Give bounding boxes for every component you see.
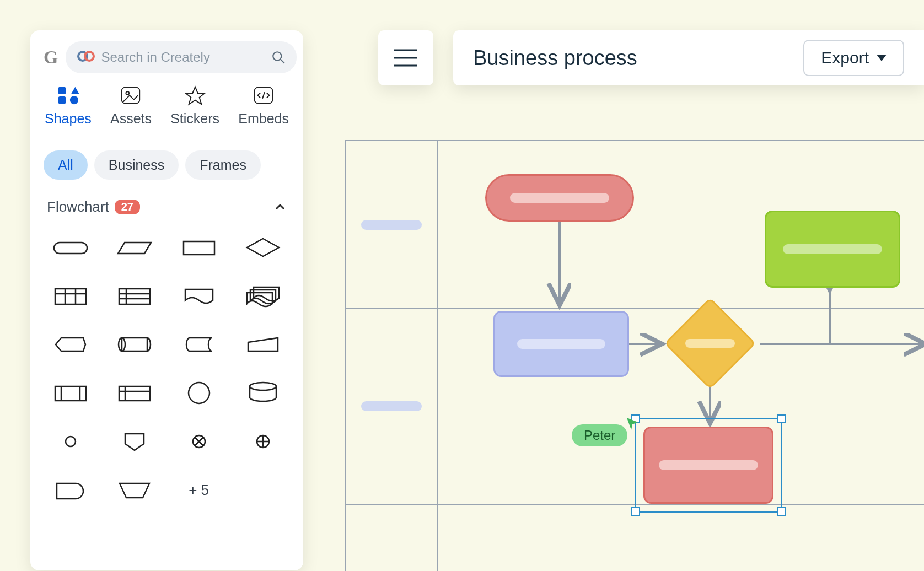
shape-display[interactable]	[44, 328, 98, 361]
export-button[interactable]: Export	[803, 40, 904, 76]
tab-label: Embeds	[238, 111, 289, 127]
svg-marker-5	[71, 87, 79, 94]
shape-manual-op[interactable]	[108, 473, 162, 507]
shape-predefined-process[interactable]	[44, 376, 98, 410]
tab-shapes[interactable]: Shapes	[45, 84, 92, 137]
shape-database[interactable]	[236, 376, 290, 410]
svg-point-7	[70, 96, 78, 104]
svg-marker-25	[248, 338, 278, 351]
svg-rect-4	[58, 87, 66, 94]
shape-internal-storage[interactable]	[108, 376, 162, 410]
search-icon	[271, 50, 286, 64]
tab-stickers[interactable]: Stickers	[170, 84, 219, 137]
svg-rect-29	[119, 386, 150, 401]
shape-parallelogram[interactable]	[108, 231, 162, 264]
shape-empty	[236, 473, 290, 507]
shape-more-button[interactable]: + 5	[172, 473, 226, 507]
collaborator-badge: Peter	[572, 424, 627, 446]
shape-summing-x[interactable]	[172, 425, 226, 458]
shape-delay[interactable]	[44, 473, 98, 507]
collaborator-name: Peter	[584, 428, 615, 443]
shape-table-rows[interactable]	[108, 279, 162, 313]
shape-grid: + 5	[30, 216, 303, 507]
svg-marker-41	[120, 483, 149, 498]
chevron-down-icon	[877, 55, 887, 61]
svg-point-2	[273, 52, 282, 60]
collaborator-cursor-icon	[626, 417, 639, 431]
svg-marker-12	[118, 243, 151, 254]
menu-button[interactable]	[378, 30, 433, 85]
diagram-canvas[interactable]: Peter	[345, 140, 924, 571]
star-icon	[183, 84, 207, 106]
node-process-red[interactable]	[643, 427, 773, 504]
export-label: Export	[821, 49, 869, 67]
shapes-icon	[56, 84, 80, 106]
shape-rectangle[interactable]	[172, 231, 226, 264]
shape-document[interactable]	[172, 279, 226, 313]
shape-offpage[interactable]	[108, 425, 162, 458]
filter-all[interactable]: All	[44, 150, 88, 180]
tab-label: Stickers	[170, 111, 219, 127]
title-bar: Export	[453, 30, 924, 85]
shape-circle[interactable]	[172, 376, 226, 410]
shape-stored-data[interactable]	[172, 328, 226, 361]
filter-business[interactable]: Business	[94, 150, 179, 180]
code-icon	[251, 84, 276, 106]
shape-table-grid[interactable]	[44, 279, 98, 313]
svg-rect-13	[184, 241, 214, 255]
search-box[interactable]	[66, 41, 297, 73]
document-title-input[interactable]	[473, 46, 787, 70]
sidebar-panel: G Shapes Assets Stickers	[30, 30, 303, 570]
shape-connector-circle[interactable]	[44, 425, 98, 458]
section-flowchart-header[interactable]: Flowchart 27	[30, 180, 303, 216]
tab-embeds[interactable]: Embeds	[238, 84, 289, 137]
node-process-blue[interactable]	[493, 311, 629, 377]
svg-point-34	[66, 437, 76, 446]
search-input[interactable]	[101, 50, 266, 65]
shape-multi-document[interactable]	[236, 279, 290, 313]
shape-drum-h[interactable]	[108, 328, 162, 361]
svg-marker-45	[877, 55, 887, 61]
shape-manual-input[interactable]	[236, 328, 290, 361]
image-icon	[119, 84, 143, 106]
svg-rect-6	[58, 96, 66, 104]
svg-rect-11	[54, 243, 87, 254]
svg-point-9	[126, 91, 130, 95]
tab-label: Assets	[110, 111, 152, 127]
section-title: Flowchart	[47, 198, 109, 216]
tab-assets[interactable]: Assets	[110, 84, 152, 137]
node-start[interactable]	[485, 174, 634, 222]
svg-point-33	[250, 383, 276, 390]
svg-marker-14	[247, 239, 279, 256]
section-count-badge: 27	[115, 200, 140, 214]
shape-diamond[interactable]	[236, 231, 290, 264]
creately-logo-icon	[77, 50, 95, 65]
tab-label: Shapes	[45, 111, 92, 127]
filter-frames[interactable]: Frames	[185, 150, 261, 180]
svg-line-3	[281, 60, 284, 63]
connectors	[345, 140, 924, 571]
svg-rect-15	[55, 289, 86, 304]
shape-terminator[interactable]	[44, 231, 98, 264]
chevron-up-icon	[273, 201, 287, 214]
svg-point-32	[189, 383, 209, 403]
node-process-green[interactable]	[765, 211, 900, 288]
google-g-icon: G	[44, 47, 58, 68]
shape-or-plus[interactable]	[236, 425, 290, 458]
svg-rect-19	[119, 289, 150, 304]
hamburger-icon	[392, 47, 420, 69]
svg-rect-26	[55, 386, 86, 401]
